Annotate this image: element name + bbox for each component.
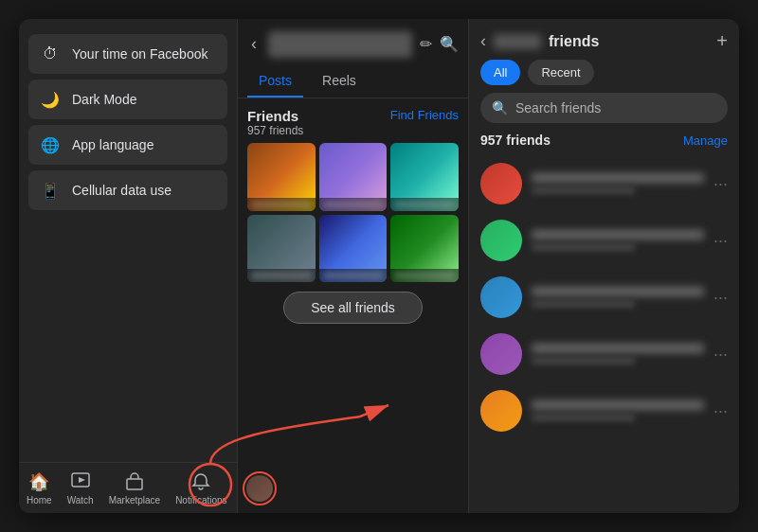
menu-label-language: App language: [72, 137, 153, 152]
friend-info-1: [532, 173, 704, 194]
filter-tab-all[interactable]: All: [480, 60, 520, 85]
profile-avatar: [246, 475, 273, 502]
friend-row-4[interactable]: ···: [477, 326, 731, 382]
friend-cell-2[interactable]: [319, 143, 388, 211]
friend-row-5[interactable]: ···: [477, 382, 731, 439]
friend-avatar-2: [480, 220, 522, 261]
svg-rect-2: [127, 479, 142, 489]
friend-name-row-4: [532, 344, 704, 353]
mid-back-button[interactable]: ‹: [247, 30, 261, 58]
friend-cell-1[interactable]: [247, 143, 316, 211]
bottom-nav: 🏠 Home Watch Ma: [19, 462, 237, 513]
find-friends-link[interactable]: Find Friends: [390, 108, 459, 122]
friend-row-3[interactable]: ···: [477, 269, 731, 326]
nav-home[interactable]: 🏠 Home: [19, 467, 60, 509]
time-icon: ⏱: [40, 44, 61, 64]
mid-content: Friends 957 friends Find Friends: [238, 98, 468, 513]
friend-avatar-3: [480, 276, 522, 318]
filter-tabs: All Recent: [469, 60, 739, 85]
profile-avatar-circle: [243, 471, 277, 505]
see-all-container: See all friends: [247, 292, 459, 324]
see-all-friends-button[interactable]: See all friends: [283, 292, 423, 324]
friend-more-1[interactable]: ···: [713, 174, 728, 194]
add-friend-button[interactable]: +: [716, 30, 728, 52]
nav-marketplace[interactable]: Marketplace: [101, 467, 168, 509]
friend-name-blur-6: [394, 272, 455, 279]
menu-item-time[interactable]: ⏱ Your time on Facebook: [28, 34, 227, 74]
nav-notifications[interactable]: Notifications: [168, 467, 234, 509]
friend-avatar-4: [480, 333, 522, 375]
friends-title: Friends: [247, 108, 303, 124]
left-settings-panel: ⏱ Your time on Facebook 🌙 Dark Mode 🌐 Ap…: [19, 19, 237, 513]
svg-marker-1: [79, 477, 85, 483]
right-friends-count: 957 friends: [480, 133, 550, 148]
right-back-button[interactable]: ‹: [480, 31, 486, 51]
friend-more-4[interactable]: ···: [713, 345, 728, 364]
middle-panel: ‹ ✏ 🔍 Posts Reels Friends 957 friends Fi…: [237, 19, 469, 513]
menu-label-data: Cellular data use: [72, 183, 171, 198]
globe-icon: 🌐: [40, 134, 61, 155]
friend-row-2[interactable]: ···: [477, 212, 731, 269]
friend-name-overlay-2: [319, 198, 388, 211]
friend-row-1[interactable]: ···: [477, 155, 731, 212]
friends-count: 957 friends: [247, 124, 303, 137]
nav-home-label: Home: [27, 495, 52, 505]
friend-name-row-1: [532, 173, 704, 183]
right-title: friends: [549, 33, 599, 50]
friends-list: ··· ··· ···: [469, 155, 739, 513]
mid-header: ‹ ✏ 🔍: [238, 19, 468, 65]
friend-sub-2: [532, 243, 635, 251]
friend-name-overlay-6: [390, 269, 459, 282]
bell-icon: [190, 470, 212, 493]
friend-name-row-3: [532, 287, 704, 296]
friend-cell-5[interactable]: [319, 215, 388, 283]
friend-more-5[interactable]: ···: [713, 401, 728, 421]
menu-item-dark[interactable]: 🌙 Dark Mode: [28, 80, 227, 119]
friend-avatar-5: [480, 390, 522, 432]
nav-marketplace-label: Marketplace: [109, 495, 160, 505]
friends-section-header: Friends 957 friends Find Friends: [247, 108, 459, 137]
manage-link[interactable]: Manage: [683, 133, 728, 148]
menu-item-data[interactable]: 📱 Cellular data use: [28, 170, 227, 210]
friend-info-5: [532, 400, 704, 421]
friend-name-overlay-3: [390, 198, 459, 211]
friend-cell-4[interactable]: [247, 215, 316, 283]
nav-notifications-label: Notifications: [175, 495, 226, 505]
friend-sub-5: [532, 414, 635, 421]
friend-name-blur-2: [323, 201, 384, 208]
nav-watch[interactable]: Watch: [60, 467, 101, 509]
menu-item-language[interactable]: 🌐 App language: [28, 125, 227, 165]
main-frame: ⏱ Your time on Facebook 🌙 Dark Mode 🌐 Ap…: [19, 19, 739, 513]
friend-name-blur-1: [251, 201, 312, 208]
friend-more-2[interactable]: ···: [713, 231, 728, 251]
nav-profile[interactable]: [235, 468, 284, 509]
search-icon-small: 🔍: [492, 100, 508, 115]
friend-name-overlay-1: [247, 198, 316, 211]
friend-cell-6[interactable]: [390, 215, 459, 283]
tab-reels[interactable]: Reels: [311, 65, 368, 98]
header-action-icons: ✏ 🔍: [420, 35, 459, 53]
friend-cell-3[interactable]: [390, 143, 459, 211]
data-icon: 📱: [40, 180, 61, 201]
home-icon: 🏠: [27, 470, 50, 493]
search-icon[interactable]: 🔍: [440, 35, 459, 53]
friend-name-overlay-5: [319, 269, 388, 282]
mid-tabs: Posts Reels: [238, 65, 468, 98]
right-title-blur: [494, 34, 541, 49]
watch-icon: [69, 470, 92, 493]
friend-name-row-2: [532, 230, 704, 239]
friend-name-blur-5: [323, 272, 384, 279]
edit-icon[interactable]: ✏: [420, 35, 432, 53]
filter-tab-recent[interactable]: Recent: [528, 60, 593, 85]
friend-name-blur-4: [251, 272, 312, 279]
friend-info-4: [532, 344, 704, 364]
search-bar[interactable]: 🔍 Search friends: [480, 93, 728, 123]
header-profile-blur: [268, 31, 412, 58]
menu-label-dark: Dark Mode: [72, 92, 136, 107]
friend-more-3[interactable]: ···: [713, 288, 728, 308]
tab-posts[interactable]: Posts: [247, 65, 303, 98]
right-friends-header: 957 friends Manage: [469, 133, 739, 155]
friend-name-row-5: [532, 400, 704, 410]
friend-sub-1: [532, 186, 635, 194]
friend-sub-4: [532, 357, 635, 364]
